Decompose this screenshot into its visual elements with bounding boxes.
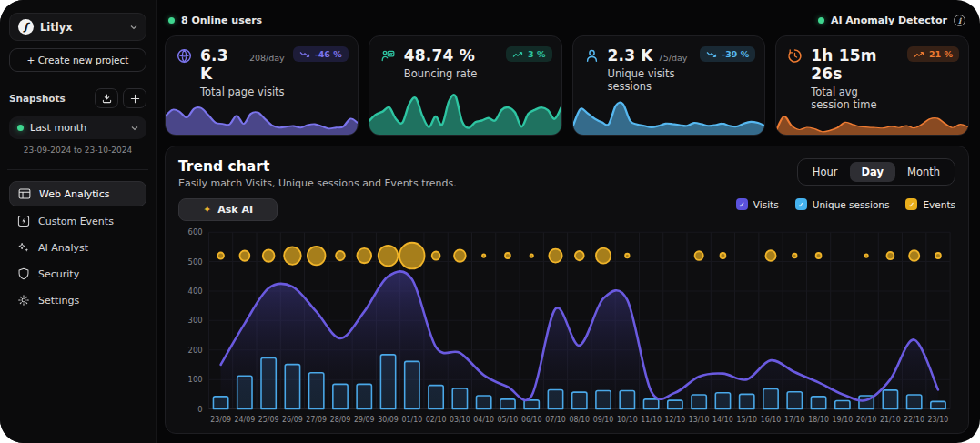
- trend-up-icon: [914, 51, 924, 58]
- snapshot-status-dot: [17, 125, 24, 131]
- time-range-toggle: Hour Day Month: [797, 158, 955, 186]
- svg-text:12/10: 12/10: [665, 416, 686, 424]
- svg-text:21/10: 21/10: [880, 416, 901, 424]
- tab-day[interactable]: Day: [850, 162, 895, 182]
- legend-visits[interactable]: ✓ Visits: [736, 198, 779, 210]
- svg-text:10/10: 10/10: [617, 416, 638, 424]
- tab-hour[interactable]: Hour: [801, 162, 850, 182]
- svg-text:600: 600: [188, 227, 203, 237]
- svg-text:15/10: 15/10: [736, 416, 757, 424]
- checkbox-events[interactable]: ✓: [905, 198, 917, 210]
- checkbox-visits[interactable]: ✓: [736, 198, 748, 210]
- trend-chart-svg: 010020030040050060023/0924/0925/0926/092…: [178, 225, 955, 428]
- stat-card-unique-sessions: 2.3 K 75/day Unique visits sessions -39 …: [572, 35, 766, 136]
- stat-label: Total page visits: [200, 86, 285, 98]
- trend-title: Trend chart: [178, 158, 457, 175]
- checkbox-unique-sessions[interactable]: ✓: [795, 198, 807, 210]
- trend-badge: 3 %: [506, 46, 551, 62]
- stat-card-total-page-visits: 6.3 K 208/day Total page visits -46 %: [165, 35, 359, 136]
- chevron-down-icon: [131, 125, 138, 132]
- svg-text:19/10: 19/10: [833, 416, 854, 424]
- trend-badge: 21 %: [907, 46, 959, 62]
- svg-text:0: 0: [197, 404, 202, 413]
- stat-card-bouncing-rate: 48.74 % Bouncing rate 3 %: [369, 35, 562, 136]
- litlyx-logo-icon: ʃ: [18, 19, 34, 35]
- stat-per-day: 208/day: [249, 53, 285, 63]
- anomaly-detector-label: AI Anomaly Detector: [831, 15, 947, 26]
- anomaly-status-dot: [818, 17, 824, 24]
- gear-icon: [17, 294, 30, 307]
- svg-text:30/09: 30/09: [378, 416, 399, 424]
- project-selector[interactable]: ʃ Litlyx: [9, 13, 146, 41]
- sidebar-divider: [7, 169, 148, 170]
- svg-text:25/09: 25/09: [258, 416, 279, 424]
- stat-value: 6.3 K: [200, 46, 245, 83]
- snapshots-label: Snapshots: [9, 93, 90, 104]
- sidebar-item-custom-events[interactable]: Custom Events: [9, 209, 146, 233]
- add-snapshot-button[interactable]: [123, 88, 146, 108]
- svg-text:06/10: 06/10: [521, 416, 542, 424]
- download-snapshot-button[interactable]: [95, 88, 118, 108]
- sidebar-item-settings[interactable]: Settings: [9, 288, 146, 312]
- lightning-square-icon: [17, 215, 30, 227]
- bounce-rate-icon: [380, 48, 396, 80]
- snapshot-date-range: 23-09-2024 to 23-10-2024: [9, 146, 146, 155]
- user-icon: [584, 48, 600, 93]
- ask-ai-button[interactable]: ✦ Ask AI: [178, 198, 278, 221]
- svg-text:28/09: 28/09: [330, 416, 351, 424]
- sidebar-item-web-analytics[interactable]: Web Analytics: [9, 181, 146, 206]
- sidebar: ʃ Litlyx + Create new project Snapshots …: [0, 0, 157, 443]
- sidebar-item-ai-analyst[interactable]: AI Analyst: [9, 236, 146, 259]
- app-window: ʃ Litlyx + Create new project Snapshots …: [0, 0, 980, 443]
- svg-text:02/10: 02/10: [426, 416, 447, 424]
- svg-text:23/10: 23/10: [928, 416, 949, 424]
- svg-text:22/10: 22/10: [904, 416, 924, 424]
- svg-text:100: 100: [188, 375, 203, 384]
- sparkles-icon: [17, 241, 30, 254]
- svg-text:17/10: 17/10: [784, 416, 805, 424]
- legend-unique-sessions[interactable]: ✓ Unique sessions: [795, 198, 890, 210]
- svg-text:14/10: 14/10: [712, 416, 733, 424]
- online-users-label: 8 Online users: [181, 15, 262, 26]
- trend-subtitle: Easily match Visits, Unique sessions and…: [178, 177, 457, 189]
- project-name: Litlyx: [40, 21, 124, 34]
- stat-label: Total avg session time: [811, 86, 899, 111]
- svg-text:16/10: 16/10: [761, 416, 782, 424]
- sparkline-bouncing-rate: [369, 87, 561, 135]
- stat-label: Bouncing rate: [404, 67, 498, 80]
- stat-value: 48.74 %: [404, 46, 475, 65]
- svg-text:20/10: 20/10: [856, 416, 877, 424]
- topbar: 8 Online users AI Anomaly Detector i: [165, 11, 969, 35]
- svg-text:13/10: 13/10: [689, 416, 710, 424]
- svg-text:29/09: 29/09: [354, 416, 375, 424]
- svg-text:26/09: 26/09: [282, 416, 303, 424]
- stat-cards-row: 6.3 K 208/day Total page visits -46 %: [165, 35, 969, 136]
- create-project-button[interactable]: + Create new project: [9, 48, 146, 72]
- svg-text:23/09: 23/09: [210, 416, 231, 424]
- browser-window-icon: [18, 187, 31, 200]
- trend-chart-area[interactable]: 010020030040050060023/0924/0925/0926/092…: [178, 225, 955, 428]
- svg-text:300: 300: [188, 316, 203, 325]
- svg-text:400: 400: [188, 287, 203, 296]
- info-icon[interactable]: i: [954, 15, 965, 26]
- stat-label: Unique visits sessions: [608, 67, 692, 93]
- svg-text:11/10: 11/10: [641, 416, 662, 424]
- main-content: 8 Online users AI Anomaly Detector i 6.3…: [157, 0, 980, 443]
- tab-month[interactable]: Month: [895, 162, 952, 182]
- sparkline-unique-sessions: [573, 93, 765, 135]
- plus-icon: [130, 94, 140, 104]
- svg-text:01/10: 01/10: [401, 416, 422, 424]
- sidebar-item-security[interactable]: Security: [9, 262, 146, 286]
- legend-events[interactable]: ✓ Events: [905, 198, 955, 210]
- shield-icon: [17, 267, 30, 280]
- sparkline-total-page-visits: [166, 98, 358, 135]
- stat-value: 1h 15m 26s: [811, 46, 894, 83]
- snapshot-select[interactable]: Last month: [9, 116, 146, 139]
- trend-down-icon: [299, 51, 310, 58]
- svg-text:08/10: 08/10: [569, 416, 590, 424]
- svg-text:03/10: 03/10: [450, 416, 470, 424]
- stat-per-day: 75/day: [658, 53, 688, 63]
- svg-text:27/09: 27/09: [306, 416, 327, 424]
- svg-text:500: 500: [188, 257, 203, 266]
- chevron-down-icon: [130, 24, 137, 31]
